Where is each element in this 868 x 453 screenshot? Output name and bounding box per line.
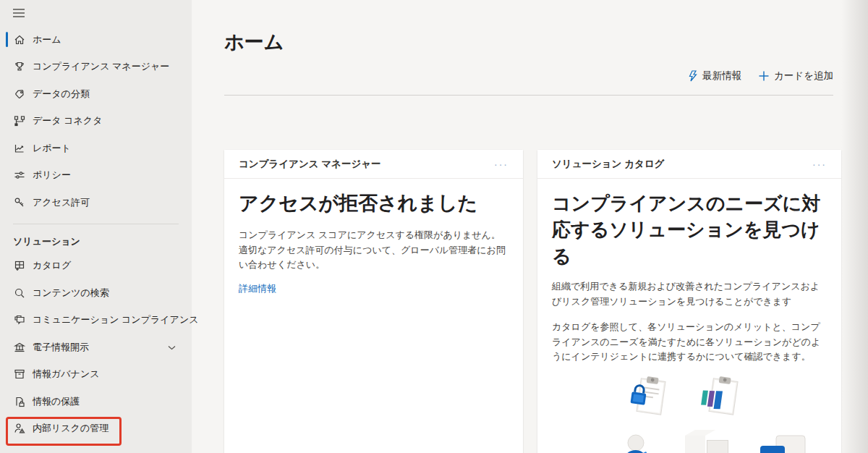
cards-row: コンプライアンス マネージャー ··· アクセスが拒否されました コンプライアン…	[224, 150, 841, 453]
card-body: アクセスが拒否されました コンプライアンス スコアにアクセスする権限がありません…	[224, 179, 523, 295]
sidebar-item-label: 内部リスクの管理	[33, 422, 109, 435]
solution-catalog-text-2: カタログを参照して、各ソリューションのメリットと、コンプライアンスのニーズを満た…	[552, 320, 827, 365]
sidebar-item-label: コミュニケーション コンプライアンス	[33, 313, 199, 326]
sidebar-item-data-connectors[interactable]: データ コネクタ	[0, 108, 192, 135]
solutions-illustration	[552, 369, 827, 453]
tag-icon	[13, 88, 25, 100]
sidebar-item-label: カタログ	[33, 259, 71, 272]
more-actions-icon[interactable]: ···	[494, 159, 509, 169]
plus-icon	[759, 71, 769, 81]
sidebar-item-communication-compliance[interactable]: コミュニケーション コンプライアンス	[0, 307, 192, 334]
sidebar: ホーム コンプライアンス マネージャー データの分類 データ コネクタ レポート…	[0, 0, 192, 453]
card-header: ソリューション カタログ ···	[537, 150, 841, 179]
more-actions-icon[interactable]: ···	[812, 159, 827, 169]
menu-toggle-button[interactable]	[0, 0, 192, 26]
sidebar-item-ediscovery[interactable]: 電子情報開示	[0, 334, 192, 361]
card-header-title: コンプライアンス マネージャー	[239, 158, 381, 171]
main-content: ホーム 最新情報 カードを追加 コンプライアンス マネージャー ··· アクセス…	[192, 0, 868, 453]
sidebar-item-label: アクセス許可	[33, 196, 90, 209]
sidebar-item-catalog[interactable]: カタログ	[0, 253, 192, 280]
sidebar-item-label: ホーム	[33, 33, 61, 46]
sidebar-item-label: コンプライアンス マネージャー	[33, 60, 169, 73]
cubes-illustration	[685, 430, 731, 453]
add-card-label: カードを追加	[774, 69, 833, 82]
whats-new-label: 最新情報	[702, 69, 741, 82]
document-lock-icon	[13, 395, 25, 407]
hamburger-icon	[13, 9, 192, 17]
report-chart-icon	[13, 142, 25, 154]
learn-more-link[interactable]: 詳細情報	[239, 282, 276, 295]
person-illustration	[624, 435, 649, 453]
sidebar-divider	[13, 224, 179, 224]
lightning-icon	[688, 70, 697, 82]
sliders-icon	[13, 169, 25, 182]
header-actions: 最新情報 カードを追加	[688, 69, 833, 82]
sidebar-item-home[interactable]: ホーム	[0, 26, 192, 54]
search-icon	[13, 287, 25, 299]
sidebar-item-policies[interactable]: ポリシー	[0, 162, 192, 190]
catalog-grid-icon	[13, 260, 25, 272]
bank-icon	[13, 341, 25, 353]
card-header: コンプライアンス マネージャー ···	[224, 150, 523, 179]
solution-catalog-title: コンプライアンスのニーズに対応するソリューションを見つける	[552, 190, 827, 269]
sidebar-item-permissions[interactable]: アクセス許可	[0, 189, 192, 216]
sidebar-item-label: ポリシー	[33, 169, 71, 182]
sidebar-item-label: レポート	[33, 142, 71, 155]
clipboard-lock-illustration	[629, 375, 666, 415]
person-warning-icon	[13, 423, 25, 435]
sidebar-item-content-search[interactable]: コンテンツの検索	[0, 279, 192, 307]
sidebar-item-compliance-manager[interactable]: コンプライアンス マネージャー	[0, 54, 192, 81]
header-divider	[224, 95, 833, 96]
sidebar-item-label: 情報ガバナンス	[33, 368, 100, 381]
whats-new-button[interactable]: 最新情報	[688, 69, 741, 82]
chevron-down-icon[interactable]	[168, 342, 176, 352]
archive-box-icon	[13, 368, 25, 381]
compliance-manager-card: コンプライアンス マネージャー ··· アクセスが拒否されました コンプライアン…	[224, 150, 523, 453]
sidebar-item-data-classification[interactable]: データの分類	[0, 80, 192, 108]
solution-catalog-card: ソリューション カタログ ··· コンプライアンスのニーズに対応するソリューショ…	[537, 150, 841, 453]
sidebar-section-solutions: ソリューション	[0, 231, 192, 253]
home-icon	[13, 33, 25, 46]
sidebar-item-label: コンテンツの検索	[33, 287, 109, 300]
sidebar-item-label: 情報の保護	[33, 395, 80, 408]
card-body: コンプライアンスのニーズに対応するソリューションを見つける 組織で利用できる新規…	[537, 179, 841, 453]
solution-catalog-text-1: 組織で利用できる新規および改善されたコンプライアンスおよびリスク管理ソリューショ…	[552, 279, 827, 310]
add-card-button[interactable]: カードを追加	[759, 69, 833, 82]
card-header-title: ソリューション カタログ	[552, 158, 664, 171]
chat-bubbles-icon	[13, 314, 25, 326]
connector-icon	[13, 115, 25, 127]
sidebar-item-insider-risk-management[interactable]: 内部リスクの管理	[0, 415, 192, 443]
sidebar-item-information-governance[interactable]: 情報ガバナンス	[0, 361, 192, 389]
sidebar-item-reports[interactable]: レポート	[0, 135, 192, 162]
chat-bubbles-illustration	[760, 436, 805, 453]
sidebar-item-information-protection[interactable]: 情報の保護	[0, 388, 192, 415]
sidebar-item-label: 電子情報開示	[33, 341, 89, 354]
clipboard-books-illustration	[700, 374, 739, 415]
sidebar-item-label: データ コネクタ	[33, 114, 102, 127]
right-edge-shading	[841, 0, 868, 453]
page-title: ホーム	[224, 29, 284, 55]
key-icon	[13, 196, 25, 208]
trophy-icon	[13, 61, 25, 73]
sidebar-item-label: データの分類	[33, 88, 90, 101]
access-denied-text: コンプライアンス スコアにアクセスする権限がありません。適切なアクセス許可の付与…	[239, 228, 509, 273]
access-denied-title: アクセスが拒否されました	[239, 190, 509, 218]
